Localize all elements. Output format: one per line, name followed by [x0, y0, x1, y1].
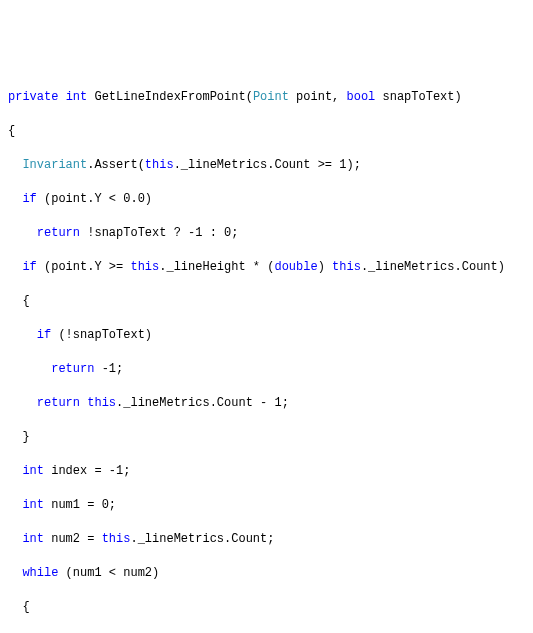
keyword-while: while [22, 566, 58, 580]
keyword-return: return [37, 396, 80, 410]
indent [8, 226, 37, 240]
text: num1 = 0; [44, 498, 116, 512]
indent [8, 158, 22, 172]
text: (point.Y >= [37, 260, 131, 274]
keyword-int: int [22, 464, 44, 478]
text: ._lineHeight * ( [159, 260, 274, 274]
indent [8, 396, 37, 410]
indent [8, 328, 37, 342]
text: (num1 < num2) [58, 566, 159, 580]
code-line: } [8, 429, 525, 446]
code-line: { [8, 293, 525, 310]
keyword-return: return [51, 362, 94, 376]
text: (point.Y < 0.0) [37, 192, 152, 206]
code-line: int num1 = 0; [8, 497, 525, 514]
code-line: if (point.Y < 0.0) [8, 191, 525, 208]
keyword-int: int [66, 90, 88, 104]
paren: ( [246, 90, 253, 104]
keyword-this: this [102, 532, 131, 546]
brace: } [22, 430, 29, 444]
text: ._lineMetrics.Count; [130, 532, 274, 546]
indent [8, 260, 22, 274]
indent [8, 566, 22, 580]
param: point, [289, 90, 347, 104]
indent [8, 464, 22, 478]
brace: { [22, 294, 29, 308]
keyword-this: this [130, 260, 159, 274]
text: !snapToText ? -1 : 0; [80, 226, 238, 240]
keyword-if: if [22, 192, 36, 206]
keyword-double: double [274, 260, 317, 274]
keyword-int: int [22, 532, 44, 546]
text: -1; [94, 362, 123, 376]
text: (!snapToText) [51, 328, 152, 342]
indent [8, 430, 22, 444]
code-line: { [8, 123, 525, 140]
keyword-this: this [332, 260, 361, 274]
indent [8, 362, 51, 376]
code-block: private int GetLineIndexFromPoint(Point … [8, 72, 525, 633]
keyword-int: int [22, 498, 44, 512]
keyword-bool: bool [347, 90, 376, 104]
indent [8, 498, 22, 512]
code-line: return !snapToText ? -1 : 0; [8, 225, 525, 242]
method-name: GetLineIndexFromPoint [94, 90, 245, 104]
code-line: return this._lineMetrics.Count - 1; [8, 395, 525, 412]
indent [8, 600, 22, 614]
code-line: private int GetLineIndexFromPoint(Point … [8, 89, 525, 106]
code-line: int num2 = this._lineMetrics.Count; [8, 531, 525, 548]
code-line: int index = -1; [8, 463, 525, 480]
indent [8, 192, 22, 206]
brace: { [8, 124, 15, 138]
text: index = -1; [44, 464, 130, 478]
code-line: if (point.Y >= this._lineHeight * (doubl… [8, 259, 525, 276]
keyword-this: this [145, 158, 174, 172]
code-line: Invariant.Assert(this._lineMetrics.Count… [8, 157, 525, 174]
text: ._lineMetrics.Count) [361, 260, 505, 274]
code-line: { [8, 599, 525, 616]
param: snapToText) [375, 90, 461, 104]
keyword-private: private [8, 90, 58, 104]
text: ) [318, 260, 332, 274]
keyword-if: if [37, 328, 51, 342]
indent [8, 532, 22, 546]
text: .Assert( [87, 158, 145, 172]
keyword-if: if [22, 260, 36, 274]
keyword-this: this [87, 396, 116, 410]
code-line: while (num1 < num2) [8, 565, 525, 582]
text: ._lineMetrics.Count - 1; [116, 396, 289, 410]
indent [8, 294, 22, 308]
keyword-return: return [37, 226, 80, 240]
type-invariant: Invariant [22, 158, 87, 172]
text: ._lineMetrics.Count >= 1); [174, 158, 361, 172]
code-line: if (!snapToText) [8, 327, 525, 344]
brace: { [22, 600, 29, 614]
text: num2 = [44, 532, 102, 546]
code-line: return -1; [8, 361, 525, 378]
type-point: Point [253, 90, 289, 104]
